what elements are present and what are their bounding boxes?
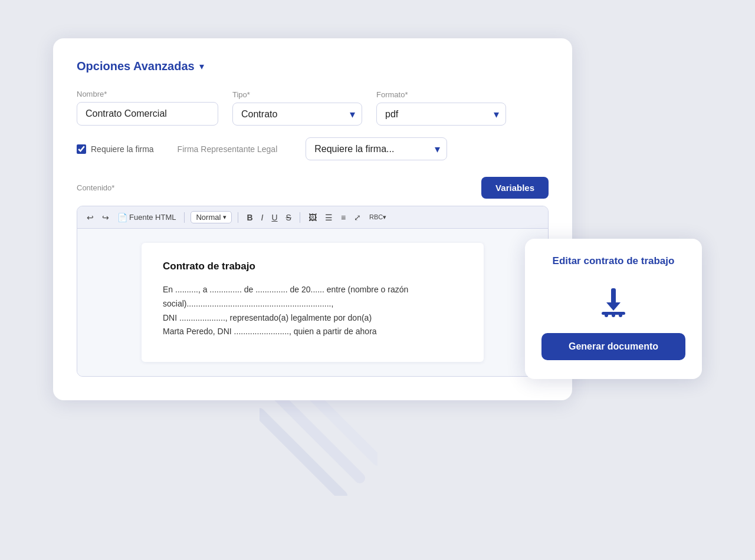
form-row-fields: Nombre* Tipo* Contrato Formato* pdf [77,90,549,126]
strikethrough-button[interactable]: S [284,212,294,223]
formato-group: Formato* pdf [376,90,506,126]
tipo-group: Tipo* Contrato [232,90,362,126]
doc-title: Contrato de trabajo [163,261,462,272]
editor-doc[interactable]: Contrato de trabajo En .........., a ...… [142,243,484,362]
tipo-select[interactable]: Contrato [232,103,362,126]
requiere-firma-group: Requiere la firma [77,144,154,154]
formato-select-wrapper: pdf [376,103,506,126]
undo-button[interactable]: ↩ [84,212,96,223]
checkbox-firma-row: Requiere la firma Firma Representante Le… [77,137,549,160]
firma-representante-label: Firma Representante Legal [178,144,278,154]
rbc-button[interactable]: RBC▾ [367,212,389,222]
editor-container: ↩ ↪ 📄 Fuente HTML Normal ▾ B I U S 🖼 [77,206,549,377]
toolbar-divider-3 [300,212,300,223]
generar-documento-button[interactable]: Generar documento [541,333,685,360]
svg-rect-3 [611,288,616,304]
editor-toolbar: ↩ ↪ 📄 Fuente HTML Normal ▾ B I U S 🖼 [77,206,548,229]
formato-label: Formato* [376,90,506,99]
requiere-firma-label: Requiere la firma [91,144,154,154]
advanced-options-title: Opciones Avanzadas [77,60,195,73]
svg-point-8 [619,314,622,317]
underline-button[interactable]: U [269,212,280,223]
nombre-group: Nombre* [77,90,218,126]
contenido-label: Contenido* [77,183,114,192]
toolbar-divider-1 [184,212,185,223]
redo-button[interactable]: ↪ [100,212,111,223]
bold-button[interactable]: B [244,212,255,223]
side-card: Editar contrato de trabajo Generar docum… [525,239,702,379]
tipo-label: Tipo* [232,90,362,99]
ordered-list-button[interactable]: ≡ [339,212,348,223]
source-html-label: Fuente HTML [129,213,176,222]
advanced-options-header: Opciones Avanzadas ▾ [77,60,549,73]
nombre-label: Nombre* [77,90,218,98]
normal-format-select[interactable]: Normal ▾ [191,211,232,223]
image-button[interactable]: 🖼 [306,212,319,223]
nombre-input[interactable] [77,102,218,126]
italic-button[interactable]: I [259,212,266,223]
download-icon [596,284,631,319]
normal-format-label: Normal [196,213,221,222]
source-html-icon: 📄 [117,213,127,222]
toolbar-divider-2 [238,212,238,223]
variables-button[interactable]: Variables [481,177,549,199]
normal-format-chevron: ▾ [223,213,226,221]
fullscreen-button[interactable]: ⤢ [352,212,363,223]
main-card: Opciones Avanzadas ▾ Nombre* Tipo* Contr… [53,38,572,400]
doc-body-text: En .........., a .............. de .....… [163,283,462,339]
svg-point-7 [612,314,615,317]
side-card-title: Editar contrato de trabajo [541,255,685,267]
source-html-button[interactable]: 📄 Fuente HTML [115,212,178,223]
svg-marker-4 [606,302,621,311]
formato-select[interactable]: pdf [376,103,506,126]
side-card-icon-area [541,284,685,319]
contenido-header: Contenido* Variables [77,177,549,199]
requiere-firma-checkbox[interactable] [77,144,86,154]
svg-point-6 [605,314,608,317]
firma-representante-select[interactable]: Requiere la firma... [306,137,447,160]
editor-body: Contrato de trabajo En .........., a ...… [77,229,548,376]
tipo-select-wrapper: Contrato [232,103,362,126]
unordered-list-button[interactable]: ☰ [323,212,335,223]
firma-representante-select-wrapper: Requiere la firma... [306,137,447,160]
chevron-down-icon[interactable]: ▾ [199,61,204,72]
